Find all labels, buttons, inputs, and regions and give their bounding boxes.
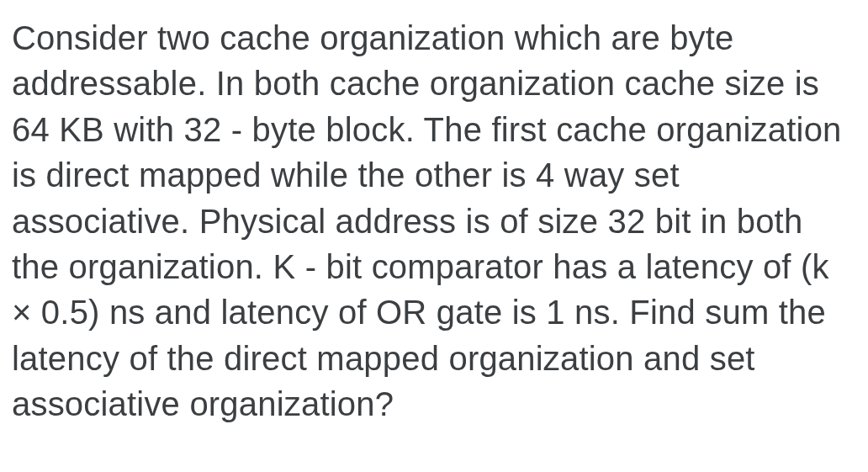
question-text: Consider two cache organization which ar… xyxy=(12,15,856,427)
